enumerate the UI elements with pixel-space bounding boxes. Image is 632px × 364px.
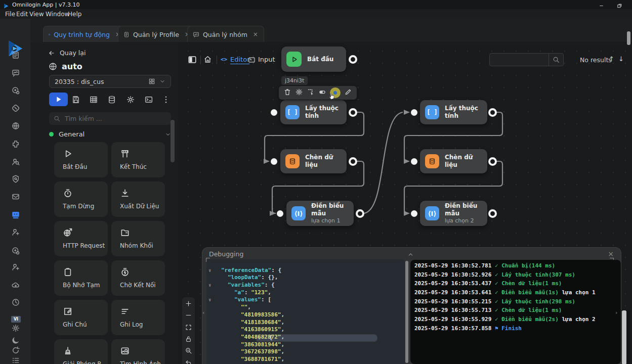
profile-select[interactable]: 20335 : dis_cus (49, 75, 171, 88)
json-line[interactable]: ∨"referenceData": { (206, 267, 405, 275)
json-line[interactable]: "4163860915", (206, 326, 405, 334)
language-badge[interactable]: VI (11, 316, 21, 323)
palette-card[interactable]: Xuất Dữ Liệu (111, 181, 165, 217)
input-port[interactable] (411, 109, 417, 116)
rail-item-refresh[interactable] (11, 346, 20, 355)
input-port[interactable] (411, 210, 417, 217)
canvas-vertical-scrollbar[interactable] (627, 31, 630, 45)
output-port[interactable] (488, 108, 497, 117)
more-button[interactable] (159, 93, 173, 106)
json-line[interactable]: "3863081944", (206, 341, 405, 349)
restore-button[interactable] (613, 1, 626, 8)
menu-view[interactable]: View (27, 10, 46, 18)
rail-item-clock[interactable] (11, 298, 20, 307)
canvas-search-input[interactable] (490, 54, 549, 66)
expand-log-icon[interactable]: › (615, 309, 617, 316)
collapse-json-icon[interactable]: ‹ (202, 309, 204, 316)
input-port[interactable] (277, 210, 283, 217)
toggle-node-button[interactable] (318, 88, 326, 98)
tab-close-icon[interactable]: × (253, 31, 258, 38)
collapse-panel-icon[interactable] (407, 251, 414, 258)
collapse-caret-icon[interactable]: ∨ (208, 296, 211, 304)
zoom-in-button[interactable] (185, 300, 192, 309)
json-scrollbar[interactable] (405, 261, 408, 363)
palette-card[interactable]: Kết Thúc (111, 142, 165, 177)
output-port[interactable] (356, 209, 364, 218)
rail-item-user-plus[interactable] (11, 228, 20, 237)
collapse-caret-icon[interactable]: ∨ (208, 282, 211, 289)
input-view-toggle[interactable]: Input (258, 56, 275, 63)
palette-scrollbar[interactable] (171, 120, 175, 162)
minimize-button[interactable] (595, 1, 608, 8)
tab-1[interactable]: Quản lý Profile× (118, 26, 195, 42)
flow-node-2[interactable]: Chèn dữ liệu (280, 149, 347, 173)
rail-item-user-search[interactable] (11, 157, 20, 166)
rail-item-moon[interactable] (11, 336, 20, 345)
undo-button[interactable] (185, 359, 192, 364)
rail-item-gear[interactable] (11, 324, 20, 333)
rail-item-puzzle[interactable] (11, 140, 20, 149)
rail-item-user-plus-2[interactable] (11, 262, 20, 271)
json-line[interactable]: "4048682872", (206, 334, 405, 341)
rail-item-ticket[interactable] (11, 104, 20, 113)
rail-item-profile-doc[interactable] (11, 51, 20, 60)
palette-card[interactable]: Giải Phóng R... (54, 339, 108, 364)
json-line[interactable]: "3688781671", (206, 356, 405, 363)
close-panel-icon[interactable]: × (608, 250, 614, 258)
palette-card[interactable]: Chờ Kết Nối (111, 260, 165, 296)
marquee-node-button[interactable] (307, 88, 315, 98)
output-port[interactable] (349, 157, 357, 166)
prev-result-button[interactable]: ↑ (609, 55, 614, 63)
log-scrollbar[interactable] (622, 310, 626, 364)
json-line[interactable]: ∨"variables": { (206, 282, 405, 289)
run-workflow-button[interactable] (49, 93, 68, 106)
rail-item-automation[interactable] (11, 210, 20, 219)
tab-0[interactable]: Quy trình tự động× (43, 26, 126, 42)
settings-button[interactable] (123, 93, 138, 106)
output-port[interactable] (488, 209, 497, 218)
toggle-panel-icon[interactable] (188, 55, 197, 64)
palette-search-input[interactable] (64, 114, 157, 123)
input-port[interactable] (411, 158, 417, 165)
palette-search[interactable] (49, 112, 171, 125)
flow-node-4[interactable]: [ ]Lấy thuộc tính (420, 100, 487, 124)
pencil-node-button[interactable] (344, 88, 352, 98)
json-line[interactable]: "a": "123", (206, 289, 405, 297)
rail-item-disc-pin-2[interactable] (11, 246, 20, 255)
input-port[interactable] (271, 109, 277, 116)
debug-log-viewer[interactable]: 2025-05-29 16:30:52.781 ✓ Chuẩn bị(144 m… (410, 260, 621, 364)
debug-json-viewer[interactable]: ∨{∨"referenceData": {"loopData": {},∨"va… (206, 259, 405, 364)
table-button[interactable] (87, 93, 101, 106)
rail-item-globe[interactable] (11, 121, 20, 130)
save-button[interactable] (69, 93, 83, 106)
editor-view-toggle[interactable]: Editor (230, 56, 249, 64)
zoom-reset-button[interactable] (185, 347, 192, 356)
trash-node-button[interactable] (283, 88, 291, 98)
palette-card[interactable]: HTTP Request (54, 221, 108, 256)
database-button[interactable] (105, 93, 119, 106)
gear-node-button[interactable] (295, 88, 303, 98)
palette-card[interactable]: Ghi Log (111, 300, 165, 335)
palette-card[interactable]: Tìm Hình Ảnh (111, 339, 165, 364)
rail-item-queue[interactable] (11, 356, 20, 364)
rail-item-image-chat[interactable] (11, 68, 20, 77)
rail-item-disc-pin[interactable] (11, 86, 20, 95)
collapse-caret-icon[interactable]: ∨ (208, 267, 211, 275)
rail-item-mail[interactable] (11, 192, 20, 201)
fit-view-button[interactable] (185, 324, 192, 333)
back-button[interactable]: Quay lại (48, 49, 86, 57)
output-port[interactable] (488, 157, 497, 166)
flow-node-5[interactable]: Chèn dữ liệu (420, 149, 487, 173)
rail-item-shield-search[interactable] (11, 174, 20, 184)
json-line[interactable]: "loopData": {}, (206, 274, 405, 282)
json-line[interactable]: "4181830684", (206, 319, 405, 327)
canvas-search-button[interactable] (549, 54, 563, 66)
tab-2[interactable]: Quản lý nhóm× (187, 26, 264, 42)
rail-item-cloud-sync[interactable] (11, 281, 20, 290)
json-line[interactable]: "4810983586", (206, 311, 405, 319)
json-line[interactable]: "3672637898", (206, 348, 405, 356)
flow-node-3[interactable]: ⟨I⟩Điền biểu mẫulựa chọn 1 (286, 201, 354, 226)
palette-card[interactable]: Nhóm Khối (111, 221, 165, 256)
flow-node-1[interactable]: [ ]Lấy thuộc tính (280, 100, 347, 124)
home-icon[interactable] (203, 55, 212, 64)
